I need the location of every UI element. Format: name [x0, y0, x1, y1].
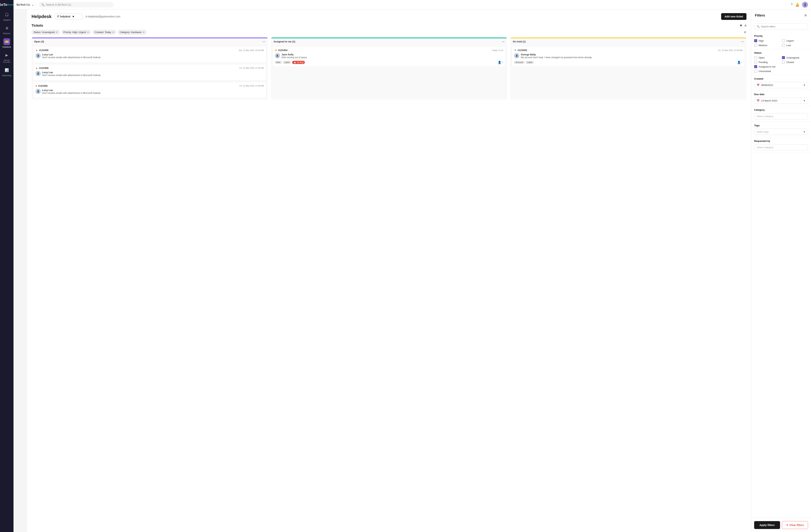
sidebar-item-remote-execution[interactable]: ▶ Remote Execution: [0, 50, 14, 65]
filter-chips: Status: Unassigned ✕ Priority: High, Urg…: [31, 30, 747, 34]
table-row[interactable]: ▲ #123456 Sat, 13 Mar 2021 10:56 AM 👤 Lu…: [33, 46, 266, 63]
filters-footer: Apply filters ✕ Clear filters: [751, 518, 811, 532]
filter-checkbox-closed[interactable]: Closed: [782, 61, 808, 64]
main-content: Helpdesk IT helpdesk ▼ it-helpdesk@gotor…: [27, 10, 811, 532]
column-menu-assigned[interactable]: •••: [502, 40, 505, 43]
filter-chip-priority: Priority: High, Urgent ✕: [61, 30, 91, 34]
user-avatar[interactable]: 👤: [802, 2, 808, 8]
created-date-value: 08/08/2021: [761, 84, 773, 87]
priority-icon: ▲: [35, 49, 38, 51]
column-menu-open[interactable]: •••: [263, 40, 265, 43]
filter-checkbox-open[interactable]: Open: [754, 56, 780, 59]
requested-by-placeholder: Select category: [756, 146, 774, 149]
remove-filter-status[interactable]: ✕: [56, 31, 58, 34]
filter-checkbox-medium[interactable]: Medium: [754, 44, 780, 47]
sidebar-item-label: Helpdesk: [2, 46, 11, 48]
due-date-filter-section: Due date 📅 13 March 2022 ▼: [751, 91, 811, 106]
clear-all-filters-button[interactable]: ✕: [744, 30, 747, 34]
queue-chevron-icon: ▼: [72, 15, 75, 18]
tags-select[interactable]: Select tags ▼: [754, 129, 808, 135]
view-toggle-button[interactable]: ≡: [745, 24, 747, 28]
table-row[interactable]: ◎ #123454 Today 11:10 👤 Jane Kelly Disk …: [272, 46, 506, 66]
filter-button[interactable]: ▼: [739, 24, 743, 28]
remote-execution-icon: ▶: [5, 53, 8, 57]
assigned-cards: ◎ #123454 Today 11:10 👤 Jane Kelly Disk …: [271, 45, 507, 68]
table-row[interactable]: ▼ #123453 Fri, 12 Mar 2021 11:56 AM 👤 Ge…: [511, 46, 745, 66]
priority-icon: ▼: [514, 49, 517, 51]
avatar: 👤: [514, 53, 519, 58]
category-select[interactable]: Select category: [754, 113, 808, 119]
requested-by-section-title: Requested by: [754, 140, 808, 142]
filter-checkbox-urgent[interactable]: Urgent: [782, 39, 808, 42]
chevron-down-icon: ▼: [803, 84, 806, 87]
topbar-right: ? 🔔 👤: [791, 2, 808, 8]
close-filters-button[interactable]: ✕: [804, 13, 807, 18]
clear-filters-button[interactable]: ✕ Clear filters: [782, 521, 808, 529]
filter-checkbox-unassigned[interactable]: Unassigned: [782, 56, 808, 59]
remove-filter-priority[interactable]: ✕: [87, 31, 89, 34]
queue-selector[interactable]: IT helpdesk ▼: [55, 14, 83, 19]
filter-chip-status: Status: Unassigned ✕: [31, 30, 60, 34]
company-name: BizTech Co.: [16, 3, 31, 6]
priority-filter-section: Priority High Urgent Medium Low: [751, 32, 811, 49]
card-tag: Label: [283, 61, 291, 64]
card-tag: Label: [526, 61, 534, 64]
filter-chip-category: Category: Hardware ✕: [118, 30, 147, 34]
created-date-field[interactable]: 📅 08/08/2021 ▼: [754, 82, 808, 88]
assign-icon[interactable]: 👤+: [498, 61, 503, 64]
calendar-icon: 📅: [756, 84, 760, 87]
helpdesk-header: Helpdesk IT helpdesk ▼ it-helpdesk@gotor…: [31, 13, 747, 20]
filters-panel-title: Filters: [755, 14, 765, 17]
remove-filter-created[interactable]: ✕: [112, 31, 114, 34]
column-menu-on-hold[interactable]: •••: [741, 40, 744, 43]
add-ticket-button[interactable]: Add new ticket: [721, 13, 747, 20]
priority-icon: ▲: [35, 66, 38, 70]
card-tag: Account: [514, 61, 524, 64]
category-section-title: Category: [754, 108, 808, 111]
sidebar-item-label: Reporting: [2, 74, 11, 77]
table-row[interactable]: ■ #123456 Fri, 12 Mar 2021 11:56 AM 👤 Lu…: [33, 82, 266, 98]
apply-filters-button[interactable]: Apply filters: [754, 521, 780, 529]
global-search[interactable]: 🔍 Search in BizTech Co.: [39, 2, 114, 7]
sidebar-item-reporting[interactable]: 📊 Reporting: [0, 65, 14, 78]
sidebar: GoTo Resolve 🎧 Support 🖥 Devices 🎫 Helpd…: [0, 0, 14, 532]
sidebar-item-support[interactable]: 🎧 Support: [0, 10, 14, 23]
assign-icon[interactable]: 👤+: [737, 61, 743, 64]
due-date-field[interactable]: 📅 13 March 2022 ▼: [754, 97, 808, 104]
help-icon[interactable]: ?: [791, 3, 793, 6]
tickets-header: Tickets ▼ ≡: [31, 24, 747, 28]
queue-name: IT helpdesk: [57, 15, 71, 18]
filters-panel-header: Filters ✕: [751, 10, 811, 21]
notification-icon[interactable]: 🔔: [795, 3, 799, 7]
open-cards: ▲ #123456 Sat, 13 Mar 2021 10:56 AM 👤 Lu…: [31, 45, 268, 100]
avatar: 👤: [35, 89, 41, 94]
filter-checkbox-low[interactable]: Low: [782, 44, 808, 47]
page-title: Helpdesk: [31, 14, 51, 19]
priority-icon: ■: [35, 85, 37, 87]
remove-filter-category[interactable]: ✕: [143, 31, 144, 34]
sidebar-item-devices[interactable]: 🖥 Devices: [0, 23, 14, 36]
chevron-down-icon: ⌄: [32, 3, 34, 6]
status-checkboxes: Open Unassigned Pending Closed Assigned …: [754, 56, 808, 73]
sidebar-item-label: Devices: [3, 32, 10, 34]
filter-checkbox-pending[interactable]: Pending: [754, 61, 780, 64]
sidebar-item-label: Remote Execution: [0, 59, 14, 63]
sidebar-item-helpdesk[interactable]: 🎫 Helpdesk: [0, 36, 14, 50]
card-tag: Disk: [275, 61, 282, 64]
chevron-down-icon: ▼: [803, 131, 806, 133]
filter-checkbox-assigned-to-me[interactable]: Assigned to me: [754, 65, 808, 68]
tags-section-title: Tags: [754, 124, 808, 127]
search-icon: 🔍: [756, 25, 760, 28]
helpdesk-icon: 🎫: [5, 40, 9, 44]
filter-checkbox-high[interactable]: High: [754, 39, 780, 42]
filter-checkbox-unresolved[interactable]: Unresolved: [754, 70, 808, 73]
status-filter-section: Status Open Unassigned Pending Closed: [751, 49, 811, 75]
due-date-badge: ⏰ 16 Aug: [292, 61, 305, 64]
filters-search-box[interactable]: 🔍: [754, 24, 808, 30]
filters-search-input[interactable]: [761, 25, 806, 28]
requested-by-select[interactable]: Select category: [754, 144, 808, 151]
helpdesk-email: it-helpdesk@gotoresolve.com: [86, 15, 120, 18]
priority-checkboxes: High Urgent Medium Low: [754, 39, 808, 47]
company-selector[interactable]: BizTech Co. ⌄: [16, 3, 36, 6]
table-row[interactable]: ▲ #123456 Fri, 12 Mar 2021 11:56 AM 👤 Lu…: [33, 64, 266, 80]
